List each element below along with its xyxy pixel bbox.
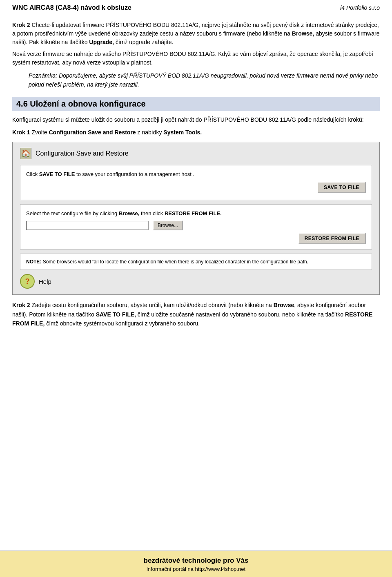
note-italic-para: Poznámka: Doporučujeme, abyste svůj PŘÍS… [29, 71, 380, 89]
file-input-row: Browse... [26, 221, 366, 230]
step1-label: Krok 1 [12, 129, 30, 136]
footer-main-text: bezdrátové technologie pro Vás [8, 557, 384, 565]
ui-screenshot-box: 🏠 Configuration Save and Restore Click S… [12, 142, 380, 295]
footer-sub-text: informační portál na http://www.i4shop.n… [8, 566, 384, 572]
browse-bold-ui: Browse, [119, 210, 140, 216]
note-italic-text: Poznámka: Doporučujeme, abyste svůj PŘÍS… [29, 72, 378, 88]
browse-bold: Browse, [292, 30, 314, 37]
save-to-file-bold: SAVE TO FILE [39, 171, 75, 177]
config-save-restore-bold: Configuration Save and Restore [49, 129, 136, 136]
section-46-heading: 4.6 Uložení a obnova konfigurace [12, 97, 380, 111]
ui-title-text: Configuration Save and Restore [36, 150, 129, 157]
step2-restore-label: Krok 2 [12, 302, 30, 308]
section-46-intro: Konfiguraci systému si můžete uložit do … [12, 115, 380, 124]
step2-intro-paragraph: Krok 2 Chcete-li updatovat firmware PŘÍS… [12, 21, 380, 47]
help-symbol: ? [25, 277, 30, 286]
house-icon: 🏠 [20, 148, 31, 159]
restore-from-file-button[interactable]: RESTORE FROM FILE [298, 233, 366, 244]
save-row: Click SAVE TO FILE to save your configur… [26, 170, 366, 178]
system-tools-bold: System Tools. [163, 129, 202, 136]
save-btn-row: SAVE TO FILE [26, 182, 366, 193]
house-symbol: 🏠 [21, 149, 30, 158]
firmware-upgrade-para: Nová verze firmware se nahraje do vašeho… [12, 50, 380, 67]
ui-title-bar: 🏠 Configuration Save and Restore [20, 148, 372, 159]
restore-from-file-bold: RESTORE FROM FILE. [165, 210, 222, 216]
browse-step2-bold: Browse [274, 302, 294, 308]
note-label: NOTE: Some browsers would fail to locate… [26, 259, 308, 265]
restore-btn-row: RESTORE FROM FILE [26, 233, 366, 244]
restore-section-text: Select the text configure file by clicki… [26, 209, 366, 218]
page-title: WNC AIRCA8 (CA8-4) návod k obsluze [12, 4, 131, 11]
page-header: WNC AIRCA8 (CA8-4) návod k obsluze i4 Po… [0, 0, 392, 14]
save-section-text: Click SAVE TO FILE to save your configur… [26, 170, 366, 178]
note-section: NOTE: Some browsers would fail to locate… [20, 254, 372, 270]
section-intro-text: Konfiguraci systému si můžete uložit do … [12, 116, 364, 123]
help-label: Help [39, 278, 51, 285]
restore-section: Select the text configure file by clicki… [20, 204, 372, 250]
brand-label: i4 Portfolio s.r.o [340, 4, 380, 11]
page-footer: bezdrátové technologie pro Vás informačn… [0, 550, 392, 577]
step1-paragraph: Krok 1 Zvolte Configuration Save and Res… [12, 128, 380, 137]
restore-from-file-step2-bold: RESTORE FROM FILE, [12, 311, 372, 327]
browse-button[interactable]: Browse... [153, 221, 183, 230]
step2-restore-paragraph: Krok 2 Zadejte cestu konfiguračního soub… [12, 301, 380, 328]
main-content: Krok 2 Chcete-li updatovat firmware PŘÍS… [0, 14, 392, 550]
help-icon: ? [20, 274, 35, 289]
save-to-file-step2-bold: SAVE TO FILE, [96, 311, 136, 318]
upgrade-bold: Upgrade, [89, 39, 114, 45]
file-path-input[interactable] [26, 221, 149, 230]
step2-intro-label: Krok 2 [12, 22, 30, 28]
save-to-file-button[interactable]: SAVE TO FILE [317, 182, 366, 193]
save-section: Click SAVE TO FILE to save your configur… [20, 165, 372, 200]
help-row: ? Help [20, 274, 372, 289]
